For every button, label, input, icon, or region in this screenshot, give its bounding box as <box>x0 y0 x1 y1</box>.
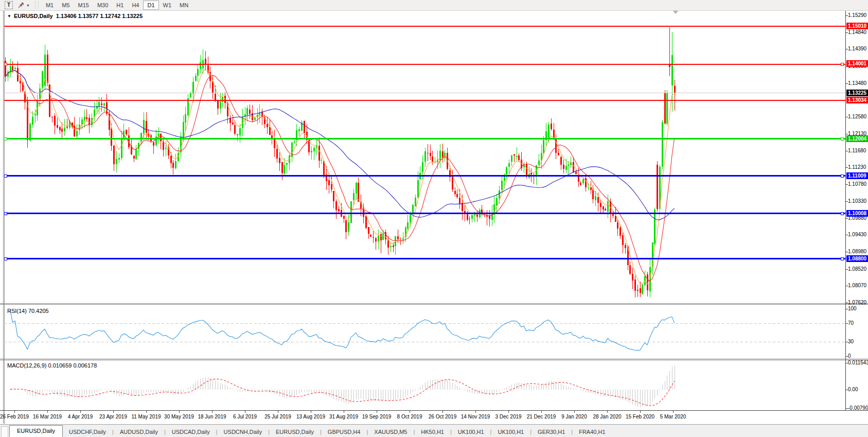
date-label: 26 Feb 2019 <box>0 414 29 419</box>
price-tick-label: 1.08980 <box>848 249 866 254</box>
toolbar: T ▼ M1M5M15M30H1H4D1W1MN <box>0 0 868 11</box>
macd-tick-label: 0.011543 <box>848 360 868 365</box>
date-label: 5 Mar 2020 <box>660 414 686 419</box>
tab-bar: EURUSD,DailyUSDCHF,Daily|AUDUSD,Daily|US… <box>0 424 868 437</box>
tab-ger30-h1[interactable]: GER30,H1 <box>532 427 571 437</box>
tab-fra40-h1[interactable]: FRA40,H1 <box>573 427 611 437</box>
timeframe-button-h1[interactable]: H1 <box>112 1 128 10</box>
rsi-name: RSI(14) <box>7 308 27 314</box>
chart-canvas[interactable] <box>0 0 868 437</box>
price-tick-label: 1.10330 <box>848 198 866 204</box>
date-label: 9 Jan 2020 <box>561 414 587 419</box>
date-label: 23 Apr 2019 <box>99 414 127 419</box>
date-label: 28 Jan 2020 <box>593 414 621 419</box>
price-badge-1.14001: 1.14001 <box>846 60 868 67</box>
arrows-icon <box>17 2 25 9</box>
macd-value-main: 0.010659 <box>48 362 72 369</box>
date-label: 4 Apr 2019 <box>68 414 93 419</box>
date-label: 6 Jul 2019 <box>233 414 257 419</box>
rsi-value: 70.4205 <box>28 308 49 314</box>
price-badge-1.12004: 1.12004 <box>846 135 868 142</box>
rsi-tick-label: 100 <box>848 306 857 311</box>
rsi-label: RSI(14) 70.4205 <box>7 308 49 314</box>
tab-uk100-h1[interactable]: UK100,H1 <box>491 427 530 437</box>
tab-eurusd-daily[interactable]: EURUSD,Daily <box>270 427 320 437</box>
price-tick-label: 1.14390 <box>848 46 866 51</box>
tab-usdcad-daily[interactable]: USDCAD,Daily <box>166 427 216 437</box>
timeframe-button-m5[interactable]: M5 <box>58 1 74 10</box>
price-tick-label: 1.12580 <box>848 114 866 119</box>
chart-ohlc-values: 1.13406 1.13577 1.12742 1.13225 <box>56 13 143 19</box>
macd-value-signal: 0.006178 <box>73 362 97 369</box>
timeframe-button-h4[interactable]: H4 <box>128 1 143 10</box>
price-badge-1.11009: 1.11009 <box>846 172 868 179</box>
tab-usdcnh-daily[interactable]: USDCNH,Daily <box>218 427 269 437</box>
bid-price-badge: 1.13225 <box>846 90 868 96</box>
price-tick-label: 1.11230 <box>848 164 866 170</box>
rsi-tick-label: 0 <box>848 353 851 359</box>
dropdown-caret-icon: ▼ <box>26 4 30 7</box>
timeframe-button-d1[interactable]: D1 <box>143 1 158 10</box>
tab-uk100-h1[interactable]: UK100,H1 <box>452 427 490 437</box>
macd-label: MACD(12,26,9) 0.010659 0.006178 <box>7 362 97 369</box>
tab-gbpusd-h4[interactable]: GBPUSD,H4 <box>322 427 367 437</box>
date-label: 25 Jul 2019 <box>264 414 291 419</box>
tab-eurusd-daily[interactable]: EURUSD,Daily <box>9 425 63 437</box>
price-badge-1.10008: 1.10008 <box>846 210 868 217</box>
date-label: 14 Nov 2019 <box>461 414 490 419</box>
symbol-tabs: EURUSD,DailyUSDCHF,Daily|AUDUSD,Daily|US… <box>9 426 612 437</box>
text-tool-button[interactable]: T <box>3 1 14 10</box>
chart-symbol: EURUSD,Daily <box>14 13 53 19</box>
tab-audusd-daily[interactable]: AUDUSD,Daily <box>114 427 164 437</box>
date-label: 21 Dec 2019 <box>527 414 556 419</box>
text-tool-icon: T <box>5 1 13 9</box>
price-tick-label: 1.14840 <box>848 29 866 35</box>
date-label: 8 Oct 2019 <box>397 414 422 419</box>
timeframe-buttons: M1M5M15M30H1H4D1W1MN <box>42 1 192 10</box>
arrows-tool-button[interactable]: ▼ <box>15 1 31 10</box>
price-tick-label: 1.15290 <box>848 12 866 18</box>
date-label: 18 Jun 2019 <box>198 414 226 419</box>
macd-tick-label: -0.007908 <box>848 405 868 411</box>
date-label: 11 May 2019 <box>131 414 161 419</box>
tab-xauusd-m5[interactable]: XAUUSD,M5 <box>368 427 413 437</box>
macd-name: MACD(12,26,9) <box>7 362 46 369</box>
timeframe-button-w1[interactable]: W1 <box>159 1 176 10</box>
price-tick-label: 1.08070 <box>848 283 866 288</box>
price-badge-1.13034: 1.13034 <box>846 97 868 103</box>
price-badge-1.15010: 1.15010 <box>846 23 868 29</box>
date-label: 16 Mar 2019 <box>33 414 62 419</box>
price-tick-label: 1.13480 <box>848 80 866 86</box>
price-tick-label: 1.10780 <box>848 181 866 187</box>
price-tick-label: 1.08520 <box>848 266 866 272</box>
date-label: 3 Dec 2019 <box>495 414 521 419</box>
timeframe-button-m30[interactable]: M30 <box>93 1 112 10</box>
timeframe-button-m15[interactable]: M15 <box>74 1 93 10</box>
timeframe-button-m1[interactable]: M1 <box>42 1 58 10</box>
price-badge-1.08800: 1.08800 <box>846 255 868 262</box>
tab-usdchf-daily[interactable]: USDCHF,Daily <box>63 427 112 437</box>
date-label: 15 Feb 2020 <box>626 414 654 419</box>
date-label: 19 Sep 2019 <box>362 414 392 419</box>
rsi-tick-label: 30 <box>848 339 854 344</box>
price-tick-label: 1.09430 <box>848 232 866 237</box>
date-label: 13 Aug 2019 <box>296 414 325 419</box>
mt4-window: T ▼ M1M5M15M30H1H4D1W1MN ▼EURUSD,Daily 1… <box>0 0 868 437</box>
date-label: 31 Aug 2019 <box>329 414 358 419</box>
date-label: 30 May 2019 <box>164 414 194 419</box>
tab-hk50-h1[interactable]: HK50,H1 <box>415 427 450 437</box>
price-tick-label: 1.11680 <box>848 148 866 153</box>
date-label: 26 Oct 2019 <box>429 414 456 419</box>
rsi-tick-label: 70 <box>848 320 854 326</box>
price-tick-label: 1.07620 <box>848 300 866 305</box>
toolbar-separator <box>35 2 39 9</box>
tab-scroll-grip[interactable] <box>1 426 8 437</box>
chart-menu-triangle-icon[interactable]: ▼ <box>7 14 11 19</box>
macd-tick-label: 0.00 <box>848 387 858 392</box>
timeframe-button-mn[interactable]: MN <box>175 1 192 10</box>
chart-title: ▼EURUSD,Daily 1.13406 1.13577 1.12742 1.… <box>7 13 143 19</box>
